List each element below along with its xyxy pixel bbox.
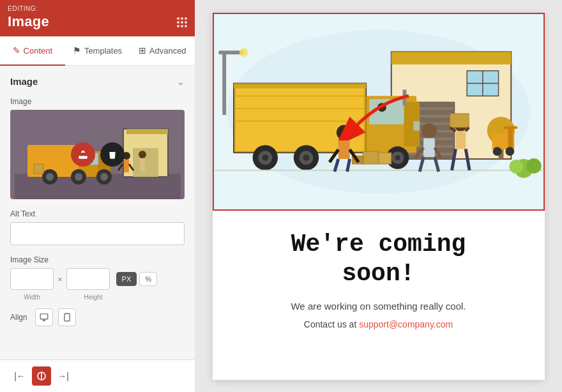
advanced-tab-icon: ⊞	[139, 45, 146, 56]
svg-rect-14	[126, 129, 168, 134]
svg-rect-54	[233, 84, 365, 89]
align-center-button[interactable]	[32, 366, 51, 386]
svg-rect-61	[369, 99, 404, 124]
svg-point-102	[509, 160, 523, 174]
svg-point-52	[505, 147, 514, 156]
svg-rect-85	[423, 138, 435, 157]
width-input[interactable]	[10, 268, 54, 290]
unit-selector: PX %	[116, 272, 157, 286]
image-field-label: Image	[10, 97, 185, 106]
svg-point-84	[422, 123, 437, 139]
tab-advanced[interactable]: ⊞ Advanced	[130, 36, 195, 66]
height-label: Height	[72, 294, 115, 301]
tab-templates[interactable]: ⚑ Templates	[65, 36, 130, 66]
svg-rect-16	[124, 160, 129, 172]
align-label: Align	[10, 313, 27, 322]
svg-rect-75	[363, 151, 378, 164]
svg-point-51	[492, 147, 501, 156]
replace-image-button[interactable]	[71, 142, 95, 167]
image-overlay-buttons	[71, 142, 125, 167]
editing-label: EDITING:	[8, 5, 49, 12]
svg-rect-26	[65, 313, 70, 321]
svg-point-67	[262, 155, 268, 161]
panel-content: Image ⌄ Image	[0, 66, 195, 359]
svg-point-9	[75, 173, 82, 181]
size-row: × PX %	[10, 268, 185, 290]
svg-rect-23	[40, 314, 48, 319]
svg-point-19	[139, 151, 146, 158]
content-tab-icon: ✎	[13, 45, 20, 56]
svg-point-101	[526, 158, 541, 174]
svg-rect-33	[391, 52, 511, 64]
canvas-area: We're comingsoon! We are working on some…	[195, 0, 562, 392]
align-row: Align	[10, 308, 185, 326]
tab-content-label: Content	[24, 46, 53, 56]
width-label: Width	[10, 294, 54, 301]
size-labels: Width Height	[10, 294, 185, 301]
editing-header: EDITING: Image	[0, 0, 195, 36]
svg-point-73	[395, 155, 400, 160]
tab-content[interactable]: ✎ Content	[0, 36, 65, 66]
unit-px-button[interactable]: PX	[116, 272, 137, 286]
height-input[interactable]	[66, 268, 110, 290]
contact-email-link[interactable]: support@company.com	[359, 319, 453, 329]
svg-rect-49	[508, 128, 513, 150]
coming-soon-subtitle: We are working on something really cool.	[238, 301, 519, 312]
svg-rect-79	[338, 140, 349, 159]
toolbar-group: |← →|	[10, 366, 73, 386]
section-collapse-icon[interactable]: ⌄	[177, 77, 185, 87]
svg-rect-92	[450, 114, 469, 128]
align-left-button[interactable]: |←	[10, 366, 29, 386]
left-panel: EDITING: Image ✎ Content ⚑ Templates ⊞ A…	[0, 0, 195, 392]
menu-dots-icon[interactable]	[177, 17, 187, 30]
svg-rect-20	[140, 158, 145, 171]
canvas-text-section: We're comingsoon! We are working on some…	[213, 211, 545, 342]
tab-advanced-label: Advanced	[149, 46, 186, 56]
align-mobile-button[interactable]	[58, 308, 76, 326]
svg-rect-21	[34, 164, 43, 174]
contact-text: Contact us at	[304, 319, 359, 329]
image-section-header: Image ⌄	[10, 76, 185, 87]
svg-point-11	[100, 173, 108, 181]
tab-templates-label: Templates	[84, 46, 122, 56]
svg-point-70	[303, 155, 309, 161]
page-canvas: We're comingsoon! We are working on some…	[213, 13, 545, 380]
size-x-separator: ×	[57, 275, 63, 284]
image-size-label: Image Size	[10, 255, 185, 264]
svg-point-62	[377, 103, 386, 112]
unit-percent-button[interactable]: %	[139, 272, 157, 286]
svg-rect-76	[379, 153, 391, 164]
align-right-button[interactable]: →|	[54, 366, 73, 386]
section-title: Image	[10, 76, 38, 87]
svg-rect-97	[222, 52, 226, 115]
svg-point-7	[46, 173, 54, 181]
contact-line: Contact us at support@company.com	[238, 319, 519, 329]
delete-image-button[interactable]	[100, 142, 125, 167]
image-thumbnail	[10, 110, 185, 199]
svg-rect-50	[503, 126, 517, 129]
svg-point-99	[239, 48, 248, 57]
svg-point-78	[336, 125, 351, 140]
coming-soon-title: We're comingsoon!	[238, 230, 519, 288]
canvas-image-block[interactable]	[213, 13, 545, 211]
svg-rect-63	[413, 121, 420, 131]
svg-rect-91	[455, 132, 466, 149]
canvas-main-illustration	[214, 14, 543, 209]
svg-rect-64	[402, 89, 406, 105]
tabs-bar: ✎ Content ⚑ Templates ⊞ Advanced	[0, 36, 195, 66]
templates-tab-icon: ⚑	[73, 45, 81, 56]
align-desktop-button[interactable]	[35, 308, 53, 326]
alt-text-label: Alt Text	[10, 209, 185, 218]
bottom-toolbar: |← →|	[0, 359, 195, 392]
alt-text-input[interactable]	[10, 222, 185, 245]
editing-title: Image	[8, 13, 49, 29]
